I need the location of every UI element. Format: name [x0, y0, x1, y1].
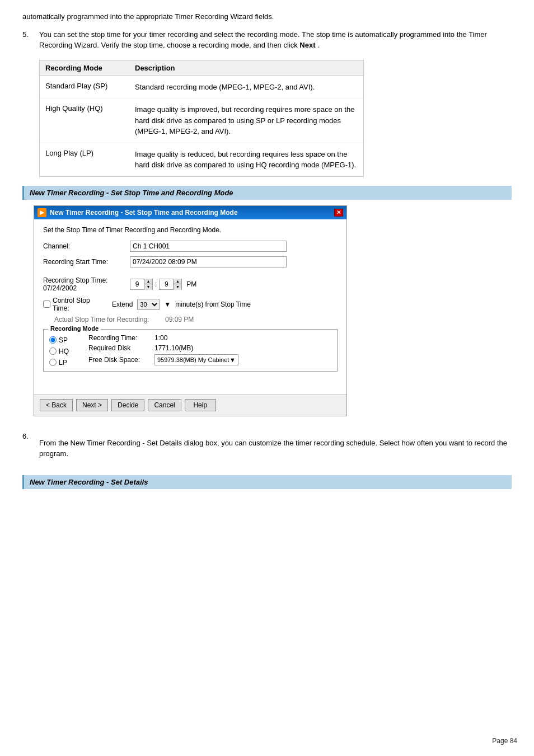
bottom-banner: New Timer Recording - Set Details: [22, 475, 512, 489]
table-row: High Quality (HQ) Image quality is impro…: [40, 98, 363, 143]
help-button[interactable]: Help: [185, 399, 216, 411]
step-6: 6. From the New Timer Recording - Set De…: [22, 431, 512, 466]
step-6-number: 6.: [22, 431, 39, 466]
free-disk-row: Free Disk Space: 95979.38(MB) My Cabinet…: [88, 354, 331, 365]
start-time-row: Recording Start Time: 07/24/2002 08:09 P…: [43, 256, 338, 267]
table-row: Long Play (LP) Image quality is reduced,…: [40, 143, 363, 176]
dialog-subtitle: Set the Stop Time of Timer Recording and…: [43, 226, 338, 234]
stop-min-arrows[interactable]: ▲ ▼: [173, 279, 181, 290]
dialog-title: New Timer Recording - Set Stop Time and …: [50, 209, 238, 217]
close-button[interactable]: ✕: [334, 209, 343, 217]
channel-row: Channel: Ch 1 CH001: [43, 241, 338, 252]
col1-header: Recording Mode: [45, 64, 135, 72]
mode-hq-radio-text: HQ: [59, 348, 69, 355]
table-row: Standard Play (SP) Standard recording mo…: [40, 76, 363, 99]
extend-unit: minute(s) from Stop Time: [175, 300, 251, 308]
step-5-period: .: [316, 41, 320, 49]
step-5-text: You can set the stop time for your timer…: [39, 30, 487, 50]
control-stop-checkbox[interactable]: [43, 300, 50, 308]
control-stop-row: Control Stop Time: Extend 30 ▼ minute(s)…: [43, 297, 338, 312]
mode-inner: SP HQ LP: [49, 334, 331, 367]
step-6-content: From the New Timer Recording - Set Detai…: [39, 438, 512, 459]
app-icon: ▶: [38, 208, 46, 217]
start-time-value: 07/24/2002 08:09 PM: [130, 256, 287, 267]
start-time-label: Recording Start Time:: [43, 258, 130, 266]
stop-hour-spinner[interactable]: 9 ▲ ▼: [130, 279, 153, 290]
actual-stop-row: Actual Stop Time for Recording: 09:09 PM: [43, 316, 338, 323]
free-disk-value: 95979.38(MB) My Cabinet: [157, 356, 229, 363]
mode-hq-label: High Quality (HQ): [45, 104, 135, 112]
back-button[interactable]: < Back: [40, 399, 73, 411]
dialog-box: ▶ New Timer Recording - Set Stop Time an…: [34, 205, 347, 416]
actual-stop-value: 09:09 PM: [165, 316, 194, 323]
mode-lp-label: Long Play (LP): [45, 149, 135, 157]
step-5-bold: Next: [299, 41, 315, 49]
mode-lp-radio-label[interactable]: LP: [49, 359, 88, 367]
cancel-button[interactable]: Cancel: [148, 399, 181, 411]
mode-sp-radio[interactable]: [49, 336, 57, 344]
stop-min-spinner[interactable]: 9 ▲ ▼: [159, 279, 182, 290]
mode-hq-radio[interactable]: [49, 348, 57, 355]
mode-sp-desc: Standard recording mode (MPEG-1, MPEG-2,…: [135, 82, 358, 93]
mode-hq-radio-label[interactable]: HQ: [49, 348, 88, 355]
col2-header: Description: [135, 64, 358, 72]
required-disk-label: Required Disk: [88, 344, 150, 352]
required-disk-value: 1771.10(MB): [154, 344, 193, 352]
intro-text: automatically programmed into the approp…: [22, 11, 512, 22]
stop-hour-down[interactable]: ▼: [144, 284, 152, 290]
extend-dropdown-arrow: ▼: [164, 300, 171, 308]
mode-radios: SP HQ LP: [49, 334, 88, 367]
recording-time-value: 1:00: [154, 334, 167, 342]
mode-lp-desc: Image quality is reduced, but recording …: [135, 149, 358, 171]
mode-sp-radio-label[interactable]: SP: [49, 336, 88, 344]
decide-button[interactable]: Decide: [111, 399, 144, 411]
mode-sp-radio-text: SP: [59, 336, 68, 344]
colon-separator: :: [155, 280, 157, 288]
channel-value: Ch 1 CH001: [130, 241, 287, 252]
mode-sp-label: Standard Play (SP): [45, 82, 135, 90]
mode-details: Recording Time: 1:00 Required Disk 1771.…: [88, 334, 331, 367]
extend-label: Extend: [112, 300, 133, 308]
free-disk-label: Free Disk Space:: [88, 356, 150, 364]
stop-hour-arrows[interactable]: ▲ ▼: [144, 279, 152, 290]
required-disk-row: Required Disk 1771.10(MB): [88, 344, 331, 352]
recording-mode-section: Recording Mode SP HQ: [43, 329, 338, 372]
stop-min-up[interactable]: ▲: [174, 279, 181, 284]
section-banner-stop-time: New Timer Recording - Set Stop Time and …: [22, 186, 512, 200]
recording-time-row: Recording Time: 1:00: [88, 334, 331, 342]
recording-time-label: Recording Time:: [88, 334, 150, 342]
control-stop-label: Control Stop Time:: [53, 297, 107, 312]
free-disk-dropdown[interactable]: 95979.38(MB) My Cabinet ▼: [154, 354, 238, 365]
stop-time-label: Recording Stop Time: 07/24/2002: [43, 276, 130, 292]
dialog-title-left: ▶ New Timer Recording - Set Stop Time an…: [38, 208, 238, 217]
step-5-number: 5.: [22, 29, 39, 51]
channel-label: Channel:: [43, 242, 130, 250]
step-5-content: You can set the stop time for your timer…: [39, 29, 512, 51]
stop-time-row: Recording Stop Time: 07/24/2002 9 ▲ ▼ : …: [43, 276, 338, 292]
mode-lp-radio[interactable]: [49, 359, 57, 366]
stop-hour-up[interactable]: ▲: [144, 279, 152, 284]
mode-hq-desc: Image quality is improved, but recording…: [135, 104, 358, 137]
next-button[interactable]: Next >: [76, 399, 108, 411]
stop-min-down[interactable]: ▼: [174, 284, 181, 290]
table-header: Recording Mode Description: [40, 60, 363, 76]
control-stop-checkbox-label[interactable]: Control Stop Time:: [43, 297, 107, 312]
step-5: 5. You can set the stop time for your ti…: [22, 29, 512, 51]
extend-dropdown[interactable]: 30: [137, 299, 160, 310]
dialog-footer: < Back Next > Decide Cancel Help: [34, 394, 346, 416]
stop-min-value: 9: [160, 280, 173, 288]
stop-ampm: PM: [186, 280, 196, 288]
dialog-titlebar: ▶ New Timer Recording - Set Stop Time an…: [34, 206, 346, 219]
page-number: Page 84: [492, 737, 517, 745]
stop-time-inputs: 9 ▲ ▼ : 9 ▲ ▼: [130, 279, 196, 290]
disk-dropdown-arrow: ▼: [229, 356, 236, 363]
stop-hour-value: 9: [130, 280, 144, 288]
dialog-wrapper: ▶ New Timer Recording - Set Stop Time an…: [22, 200, 512, 422]
recording-mode-table: Recording Mode Description Standard Play…: [39, 60, 364, 177]
recording-mode-legend: Recording Mode: [48, 325, 101, 332]
actual-stop-label: Actual Stop Time for Recording:: [54, 316, 161, 323]
mode-lp-radio-text: LP: [59, 359, 67, 367]
dialog-body: Set the Stop Time of Timer Recording and…: [34, 219, 346, 394]
